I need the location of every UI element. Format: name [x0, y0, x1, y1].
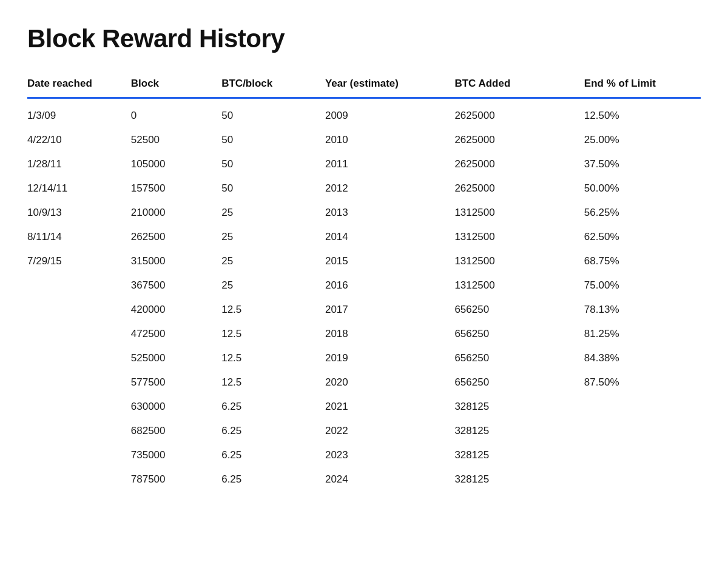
cell-year: 2012 — [325, 176, 454, 201]
cell-btcblock: 12.5 — [221, 370, 325, 395]
cell-btcblock: 50 — [221, 176, 325, 201]
block-reward-table: Date reached Block BTC/block Year (estim… — [27, 78, 701, 492]
table-row: 7/29/15315000252015131250068.75% — [27, 249, 701, 273]
cell-btcblock: 50 — [221, 98, 325, 129]
cell-btcadded: 656250 — [454, 370, 584, 395]
header-year: Year (estimate) — [325, 78, 454, 98]
cell-year: 2017 — [325, 298, 454, 322]
header-endlimit: End % of Limit — [584, 78, 701, 98]
cell-btcadded: 2625000 — [454, 128, 584, 152]
table-row: 47250012.5201865625081.25% — [27, 322, 701, 346]
cell-btcblock: 12.5 — [221, 322, 325, 346]
cell-year: 2011 — [325, 152, 454, 176]
cell-endlimit: 68.75% — [584, 249, 701, 273]
cell-endlimit: 37.50% — [584, 152, 701, 176]
page-title: Block Reward History — [27, 24, 701, 53]
table-row: 367500252016131250075.00% — [27, 273, 701, 298]
cell-btcadded: 328125 — [454, 395, 584, 419]
cell-endlimit: 50.00% — [584, 176, 701, 201]
header-block: Block — [131, 78, 221, 98]
cell-block: 262500 — [131, 225, 221, 249]
header-btcblock: BTC/block — [221, 78, 325, 98]
cell-btcadded: 328125 — [454, 443, 584, 467]
cell-year: 2016 — [325, 273, 454, 298]
cell-endlimit: 75.00% — [584, 273, 701, 298]
cell-endlimit: 84.38% — [584, 346, 701, 370]
cell-endlimit — [584, 419, 701, 443]
cell-endlimit — [584, 443, 701, 467]
cell-btcadded: 2625000 — [454, 98, 584, 129]
cell-btcblock: 6.25 — [221, 395, 325, 419]
cell-block: 420000 — [131, 298, 221, 322]
cell-btcadded: 656250 — [454, 322, 584, 346]
cell-endlimit — [584, 395, 701, 419]
cell-btcblock: 25 — [221, 201, 325, 225]
cell-btcblock: 12.5 — [221, 298, 325, 322]
cell-endlimit: 78.13% — [584, 298, 701, 322]
cell-year: 2013 — [325, 201, 454, 225]
cell-btcadded: 2625000 — [454, 176, 584, 201]
cell-block: 367500 — [131, 273, 221, 298]
table-row: 52500012.5201965625084.38% — [27, 346, 701, 370]
cell-date: 1/3/09 — [27, 98, 131, 129]
cell-year: 2024 — [325, 467, 454, 492]
header-date: Date reached — [27, 78, 131, 98]
cell-date — [27, 419, 131, 443]
cell-block: 787500 — [131, 467, 221, 492]
table-row: 7350006.252023328125 — [27, 443, 701, 467]
table-row: 12/14/11157500502012262500050.00% — [27, 176, 701, 201]
cell-year: 2014 — [325, 225, 454, 249]
cell-btcblock: 6.25 — [221, 419, 325, 443]
cell-btcblock: 12.5 — [221, 346, 325, 370]
cell-year: 2018 — [325, 322, 454, 346]
cell-btcblock: 25 — [221, 225, 325, 249]
cell-block: 52500 — [131, 128, 221, 152]
table-row: 6825006.252022328125 — [27, 419, 701, 443]
cell-endlimit: 81.25% — [584, 322, 701, 346]
cell-block: 315000 — [131, 249, 221, 273]
cell-block: 577500 — [131, 370, 221, 395]
cell-year: 2015 — [325, 249, 454, 273]
cell-block: 210000 — [131, 201, 221, 225]
cell-block: 472500 — [131, 322, 221, 346]
cell-date — [27, 443, 131, 467]
cell-year: 2019 — [325, 346, 454, 370]
cell-btcblock: 6.25 — [221, 443, 325, 467]
cell-year: 2010 — [325, 128, 454, 152]
cell-year: 2021 — [325, 395, 454, 419]
cell-btcblock: 6.25 — [221, 467, 325, 492]
cell-btcadded: 1312500 — [454, 225, 584, 249]
header-btcadded: BTC Added — [454, 78, 584, 98]
cell-block: 0 — [131, 98, 221, 129]
cell-block: 630000 — [131, 395, 221, 419]
table-header-row: Date reached Block BTC/block Year (estim… — [27, 78, 701, 98]
cell-year: 2009 — [325, 98, 454, 129]
cell-btcblock: 50 — [221, 128, 325, 152]
cell-date — [27, 370, 131, 395]
cell-date: 8/11/14 — [27, 225, 131, 249]
cell-year: 2022 — [325, 419, 454, 443]
cell-date — [27, 322, 131, 346]
cell-date — [27, 298, 131, 322]
table-row: 6300006.252021328125 — [27, 395, 701, 419]
cell-endlimit: 62.50% — [584, 225, 701, 249]
cell-date — [27, 395, 131, 419]
cell-endlimit: 87.50% — [584, 370, 701, 395]
table-row: 42000012.5201765625078.13% — [27, 298, 701, 322]
cell-btcadded: 656250 — [454, 346, 584, 370]
cell-date — [27, 467, 131, 492]
cell-endlimit: 25.00% — [584, 128, 701, 152]
cell-btcadded: 328125 — [454, 467, 584, 492]
table-row: 8/11/14262500252014131250062.50% — [27, 225, 701, 249]
table-row: 1/28/11105000502011262500037.50% — [27, 152, 701, 176]
cell-year: 2023 — [325, 443, 454, 467]
table-row: 10/9/13210000252013131250056.25% — [27, 201, 701, 225]
cell-endlimit: 12.50% — [584, 98, 701, 129]
cell-block: 682500 — [131, 419, 221, 443]
cell-btcadded: 328125 — [454, 419, 584, 443]
cell-date: 7/29/15 — [27, 249, 131, 273]
table-row: 1/3/090502009262500012.50% — [27, 98, 701, 129]
cell-date — [27, 346, 131, 370]
cell-btcadded: 1312500 — [454, 249, 584, 273]
cell-endlimit — [584, 467, 701, 492]
